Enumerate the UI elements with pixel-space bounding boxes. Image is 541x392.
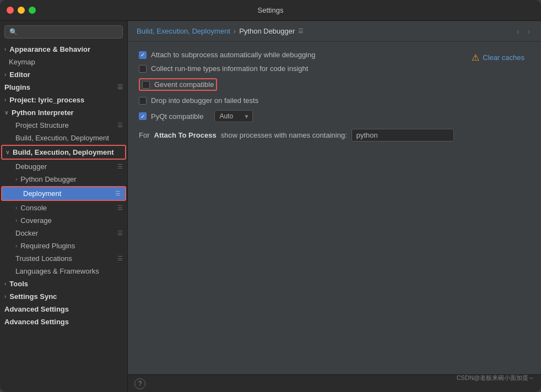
sidebar-item-project[interactable]: ∨ Python Interpreter — [0, 106, 127, 119]
label-attach-subprocess: Attach to subprocess automatically while… — [151, 51, 315, 59]
checkbox-gevent[interactable] — [142, 81, 150, 89]
sidebar-item-label: Editor — [9, 70, 30, 79]
gevent-highlighted-group: Gevent compatible — [139, 78, 217, 91]
sidebar-item-label: Appearance & Behavior — [9, 45, 90, 53]
search-box[interactable]: 🔍 — [4, 25, 123, 39]
chevron-right-icon: › — [4, 293, 6, 300]
sidebar-item-required-plugins[interactable]: Trusted Locations ☰ — [0, 252, 127, 265]
sidebar-item-label: Build, Execution, Deployment — [15, 134, 109, 142]
sidebar-item-debugger[interactable]: › Python Debugger — [0, 173, 127, 186]
chevron-right-icon: › — [15, 217, 17, 224]
help-button[interactable]: ? — [134, 378, 145, 389]
checkbox-attach-subprocess[interactable] — [139, 51, 147, 59]
settings-icon: ☰ — [117, 204, 123, 211]
sidebar-item-languages[interactable]: › Tools — [0, 277, 127, 290]
setting-row-gevent: Gevent compatible — [139, 78, 530, 91]
chevron-right-icon: › — [15, 205, 17, 211]
label-gevent: Gevent compatible — [154, 80, 214, 89]
window-title: Settings — [258, 6, 284, 14]
checkbox-collect-runtime[interactable] — [139, 65, 147, 73]
sidebar-item-label: Console — [20, 204, 47, 212]
checkbox-drop-debugger[interactable] — [139, 97, 147, 105]
sidebar-item-label: Advanced Settings — [4, 318, 69, 326]
sidebar-item-tools[interactable]: › Settings Sync — [0, 290, 127, 303]
sidebar-item-label: Tools — [9, 280, 28, 288]
pyqt-dropdown[interactable]: Auto ▼ — [214, 110, 253, 122]
setting-row-attach-subprocess: Attach to subprocess automatically while… — [139, 51, 530, 64]
nav-arrows: ‹ › — [515, 26, 532, 36]
content-area: Build, Execution, Deployment › Python De… — [128, 21, 541, 392]
sidebar-item-version-control[interactable]: › Project: lyric_process — [0, 94, 127, 106]
clear-caches-group: ⚠ Clear caches — [472, 52, 524, 63]
sidebar-item-python-debugger[interactable]: Deployment ☰ — [1, 186, 126, 201]
search-input[interactable] — [20, 28, 118, 36]
sidebar-item-keymap[interactable]: Keymap — [0, 56, 127, 68]
sidebar-item-deployment[interactable]: › Console ☰ — [0, 202, 127, 214]
setting-row-drop-debugger: Drop into debugger on failed tests — [139, 96, 530, 105]
sidebar-item-docker[interactable]: › Required Plugins — [0, 239, 127, 252]
settings-icon: ☰ — [117, 122, 123, 129]
breadcrumb-bar: Build, Execution, Deployment › Python De… — [128, 21, 541, 42]
maximize-button[interactable] — [29, 7, 36, 14]
sidebar-item-console[interactable]: › Coverage — [0, 214, 127, 227]
content-body: Attach to subprocess automatically while… — [128, 42, 541, 374]
clear-caches-button[interactable]: Clear caches — [483, 53, 524, 62]
sidebar-item-label: Keymap — [9, 58, 35, 66]
sidebar-item-label: Python Debugger — [20, 175, 76, 183]
sidebar-item-label: Python Interpreter — [12, 108, 74, 117]
sidebar-item-appearance[interactable]: › Appearance & Behavior — [0, 43, 127, 56]
checkbox-pyqt[interactable] — [139, 112, 147, 120]
chevron-down-icon: ∨ — [4, 110, 8, 116]
sidebar-item-label: Settings Sync — [9, 292, 57, 301]
plugin-icon: ☰ — [117, 84, 123, 91]
forward-arrow[interactable]: › — [525, 26, 532, 36]
process-name-input[interactable] — [351, 129, 454, 141]
settings-icon: ☰ — [115, 190, 121, 197]
chevron-right-icon: › — [4, 97, 6, 103]
minimize-button[interactable] — [18, 7, 25, 14]
sidebar-item-plugins[interactable]: Plugins ☰ — [0, 81, 127, 94]
attach-suffix: show processes with names containing: — [221, 131, 347, 139]
label-collect-runtime: Collect run-time types information for c… — [151, 64, 308, 73]
close-button[interactable] — [7, 7, 14, 14]
sidebar-item-project-structure[interactable]: Build, Execution, Deployment — [0, 132, 127, 144]
label-drop-debugger: Drop into debugger on failed tests — [151, 96, 258, 105]
settings-icon: ☰ — [117, 230, 123, 237]
sidebar-item-settings-sync[interactable]: Advanced Settings — [0, 303, 127, 315]
sidebar-item-build-exec[interactable]: ∨ Build, Execution, Deployment — [1, 145, 126, 160]
traffic-lights — [7, 7, 36, 14]
sidebar-item-editor[interactable]: › Editor — [0, 68, 127, 81]
chevron-right-icon: › — [15, 243, 17, 249]
sidebar-item-advanced-settings[interactable]: Advanced Settings — [0, 315, 127, 328]
dropdown-arrow-icon: ▼ — [244, 113, 249, 119]
chevron-right-icon: › — [15, 176, 17, 182]
sidebar: 🔍 › Appearance & Behavior Keymap › Edito… — [0, 21, 128, 392]
sidebar-item-python-interpreter[interactable]: Project Structure ☰ — [0, 119, 127, 132]
dropdown-value: Auto — [219, 112, 233, 120]
watermark: CSDN@老板来碗小面加蛋～ — [457, 374, 534, 382]
sidebar-item-trusted-locations[interactable]: Languages & Frameworks — [0, 265, 127, 277]
chevron-right-icon: › — [4, 46, 6, 52]
chevron-down-icon: ∨ — [6, 149, 9, 155]
settings-icon: ☰ — [117, 163, 123, 170]
sidebar-item-label: Coverage — [20, 216, 51, 225]
sidebar-item-label: Project: lyric_process — [9, 96, 84, 104]
setting-row-collect-runtime: Collect run-time types information for c… — [139, 64, 530, 73]
sidebar-item-label: Plugins — [4, 83, 30, 91]
sidebar-item-label: Deployment — [23, 189, 61, 198]
settings-icon: ☰ — [117, 255, 123, 262]
settings-window: Settings 🔍 › Appearance & Behavior Keyma… — [0, 0, 541, 392]
attach-to-process-row: For Attach To Process show processes wit… — [139, 129, 530, 141]
chevron-right-icon: › — [4, 281, 6, 287]
sidebar-item-label: Docker — [15, 229, 38, 237]
warning-icon: ⚠ — [472, 52, 479, 63]
setting-row-pyqt: PyQt compatible Auto ▼ — [139, 110, 530, 122]
titlebar: Settings — [0, 0, 541, 21]
sidebar-item-build-tools[interactable]: Debugger ☰ — [0, 160, 127, 173]
sidebar-item-label: Debugger — [15, 162, 47, 171]
label-pyqt: PyQt compatible — [151, 112, 203, 121]
breadcrumb-parent[interactable]: Build, Execution, Deployment — [137, 27, 230, 35]
sidebar-item-coverage[interactable]: Docker ☰ — [0, 227, 127, 239]
back-arrow[interactable]: ‹ — [515, 26, 522, 36]
sidebar-item-label: Required Plugins — [20, 242, 75, 250]
